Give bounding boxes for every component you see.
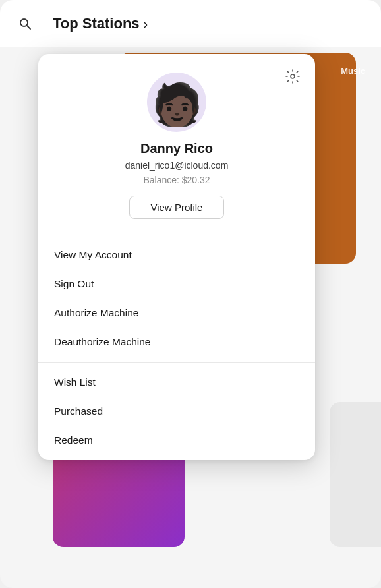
settings-button[interactable] [281, 65, 305, 88]
menu-item-authorize-machine[interactable]: Authorize Machine [38, 299, 315, 328]
menu-section-account: View My Account Sign Out Authorize Machi… [38, 235, 315, 362]
user-name: Danny Rico [140, 141, 213, 156]
bg-card-1-music-label: Music [341, 66, 365, 76]
top-stations-label: Top Stations [53, 15, 140, 32]
gear-icon [285, 69, 301, 84]
svg-point-2 [291, 74, 295, 78]
search-button[interactable] [13, 12, 37, 36]
menu-item-deauthorize-machine[interactable]: Deauthorize Machine [38, 328, 315, 357]
top-bar: Top Stations › [0, 0, 381, 47]
svg-point-0 [20, 19, 28, 26]
page-title: Top Stations › [53, 15, 148, 32]
menu-section-store: Wish List Purchased Redeem [38, 363, 315, 460]
svg-line-1 [27, 26, 30, 29]
menu-item-view-my-account[interactable]: View My Account [38, 241, 315, 270]
avatar: 🧑🏿 [147, 73, 206, 132]
user-balance: Balance: $20.32 [143, 175, 210, 185]
menu-item-redeem[interactable]: Redeem [38, 426, 315, 455]
menu-item-wish-list[interactable]: Wish List [38, 368, 315, 397]
menu-item-sign-out[interactable]: Sign Out [38, 270, 315, 299]
top-stations-chevron: › [144, 16, 148, 32]
view-profile-button[interactable]: View Profile [129, 196, 225, 219]
menu-item-purchased[interactable]: Purchased [38, 397, 315, 426]
profile-dropdown: 🧑🏿 Danny Rico daniel_rico1@icloud.com Ba… [38, 54, 315, 460]
app-background: Top Stations › Music Music 🧑🏿 🧑🏿 [0, 0, 381, 588]
profile-section: 🧑🏿 Danny Rico daniel_rico1@icloud.com Ba… [38, 54, 315, 235]
search-icon [18, 17, 32, 30]
avatar-emoji: 🧑🏿 [152, 84, 202, 125]
user-email: daniel_rico1@icloud.com [125, 160, 229, 171]
bg-card-3 [330, 402, 381, 547]
